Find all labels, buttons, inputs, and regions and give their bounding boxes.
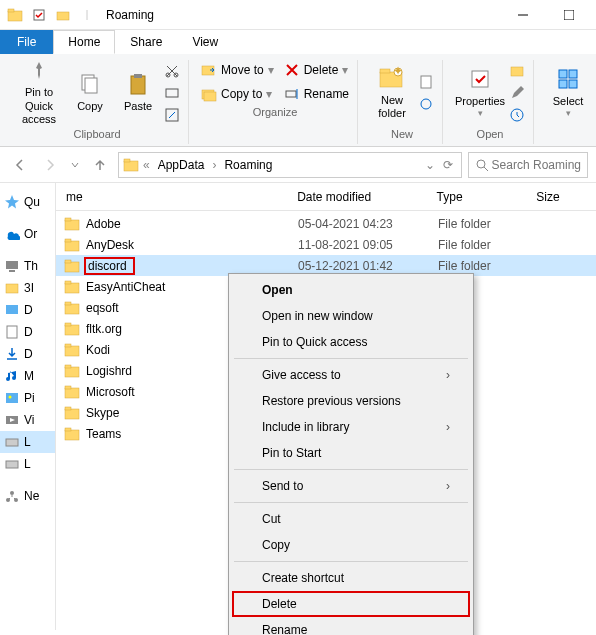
svg-rect-13 <box>166 89 178 97</box>
new-item-icon <box>418 74 434 90</box>
pin-quick-access-button[interactable]: Pin to Quick access <box>12 60 66 126</box>
address-dropdown[interactable]: ⌄ <box>425 158 435 172</box>
ctx-rename[interactable]: Rename <box>232 617 470 635</box>
ctx-pin-quick-access[interactable]: Pin to Quick access <box>232 329 470 355</box>
tab-file[interactable]: File <box>0 30 53 54</box>
sidebar-item[interactable]: M <box>0 365 55 387</box>
sidebar-item[interactable]: Th <box>0 255 55 277</box>
sidebar-item[interactable]: 3I <box>0 277 55 299</box>
svg-rect-66 <box>65 388 79 398</box>
sidebar-item-label: L <box>24 435 31 449</box>
maximize-button[interactable] <box>546 0 592 30</box>
chevron-icon[interactable]: › <box>212 158 216 172</box>
breadcrumb-roaming[interactable]: Roaming <box>220 156 276 174</box>
ctx-open-new-window[interactable]: Open in new window <box>232 303 470 329</box>
nav-forward-button[interactable] <box>38 153 62 177</box>
col-name[interactable]: me <box>58 190 297 204</box>
cut-button[interactable] <box>162 61 182 81</box>
open-icon <box>509 63 525 79</box>
tab-home[interactable]: Home <box>53 30 115 54</box>
navigation-pane[interactable]: QuOrTh3IDDDMPiViLLNe <box>0 183 56 630</box>
sidebar-item[interactable]: D <box>0 343 55 365</box>
move-to-button[interactable]: Move to▾ <box>199 60 276 80</box>
edit-button[interactable] <box>507 83 527 103</box>
copy-button[interactable]: Copy <box>66 60 114 126</box>
col-type[interactable]: Type <box>437 190 537 204</box>
ctx-send-to[interactable]: Send to› <box>232 473 470 499</box>
sidebar-item[interactable]: Qu <box>0 191 55 213</box>
nav-up-button[interactable] <box>88 153 112 177</box>
network-icon <box>4 488 20 504</box>
svg-rect-42 <box>6 393 18 403</box>
sidebar-item[interactable]: L <box>0 453 55 475</box>
sidebar-item[interactable]: Pi <box>0 387 55 409</box>
search-input[interactable]: Search Roaming <box>468 152 588 178</box>
ctx-create-shortcut[interactable]: Create shortcut <box>232 565 470 591</box>
col-date[interactable]: Date modified <box>297 190 436 204</box>
svg-rect-70 <box>65 430 79 440</box>
file-name: Logishrd <box>86 364 132 378</box>
col-size[interactable]: Size <box>536 190 596 204</box>
title-bar: Roaming <box>0 0 596 30</box>
svg-rect-8 <box>85 78 97 93</box>
nav-back-button[interactable] <box>8 153 32 177</box>
delete-x-icon <box>284 62 300 78</box>
ctx-pin-start[interactable]: Pin to Start <box>232 440 470 466</box>
ctx-open[interactable]: Open <box>232 277 470 303</box>
rename-button[interactable]: Rename <box>282 84 351 104</box>
svg-rect-61 <box>65 323 71 326</box>
ctx-copy[interactable]: Copy <box>232 532 470 558</box>
folder-icon <box>64 342 80 358</box>
sidebar-item[interactable]: Ne <box>0 485 55 507</box>
ctx-delete[interactable]: Delete <box>232 591 470 617</box>
refresh-button[interactable]: ⟳ <box>443 158 453 172</box>
sidebar-item[interactable]: Vi <box>0 409 55 431</box>
minimize-button[interactable] <box>500 0 546 30</box>
open-button[interactable] <box>507 61 527 81</box>
file-type: File folder <box>438 217 538 231</box>
file-name: AnyDesk <box>86 238 134 252</box>
paste-shortcut-button[interactable] <box>162 105 182 125</box>
sidebar-item[interactable]: D <box>0 299 55 321</box>
file-row[interactable]: Adobe05-04-2021 04:23File folder <box>56 213 596 234</box>
select-icon <box>556 67 580 91</box>
delete-button[interactable]: Delete▾ <box>282 60 351 80</box>
disk-icon <box>4 456 20 472</box>
dropdown-icon[interactable] <box>52 4 74 26</box>
copy-to-button[interactable]: Copy to▾ <box>199 84 276 104</box>
svg-rect-6 <box>564 10 574 20</box>
properties-button[interactable]: Properties ▾ <box>453 60 507 126</box>
sidebar-item[interactable]: Or <box>0 223 55 245</box>
properties-icon[interactable] <box>28 4 50 26</box>
svg-rect-60 <box>65 325 79 335</box>
ctx-give-access-to[interactable]: Give access to› <box>232 362 470 388</box>
sidebar-item[interactable]: L <box>0 431 55 453</box>
ctx-restore-previous[interactable]: Restore previous versions <box>232 388 470 414</box>
ctx-cut[interactable]: Cut <box>232 506 470 532</box>
new-folder-button[interactable]: ✦ New folder <box>368 60 416 126</box>
svg-rect-55 <box>65 260 71 263</box>
address-bar[interactable]: « AppData › Roaming ⌄ ⟳ <box>118 152 462 178</box>
tab-share[interactable]: Share <box>115 30 177 54</box>
chevron-right-icon: › <box>446 420 450 434</box>
paste-button[interactable]: Paste <box>114 60 162 126</box>
context-menu: Open Open in new window Pin to Quick acc… <box>228 273 474 635</box>
nav-recent-button[interactable] <box>68 153 82 177</box>
tab-view[interactable]: View <box>177 30 233 54</box>
breadcrumb-appdata[interactable]: AppData <box>154 156 209 174</box>
chevron-icon[interactable]: « <box>143 158 150 172</box>
sidebar-item[interactable]: D <box>0 321 55 343</box>
file-row[interactable]: AnyDesk11-08-2021 09:05File folder <box>56 234 596 255</box>
svg-rect-17 <box>204 92 216 101</box>
file-name: Kodi <box>86 343 110 357</box>
svg-rect-24 <box>421 76 431 88</box>
sidebar-item-label: Vi <box>24 413 34 427</box>
select-button[interactable]: Select ▾ <box>544 60 592 126</box>
sidebar-item-label: Th <box>24 259 38 273</box>
history-button[interactable] <box>507 105 527 125</box>
new-item-button[interactable] <box>416 72 436 92</box>
ctx-include-library[interactable]: Include in library› <box>232 414 470 440</box>
copy-path-button[interactable] <box>162 83 182 103</box>
svg-rect-46 <box>6 461 18 468</box>
easy-access-button[interactable] <box>416 94 436 114</box>
